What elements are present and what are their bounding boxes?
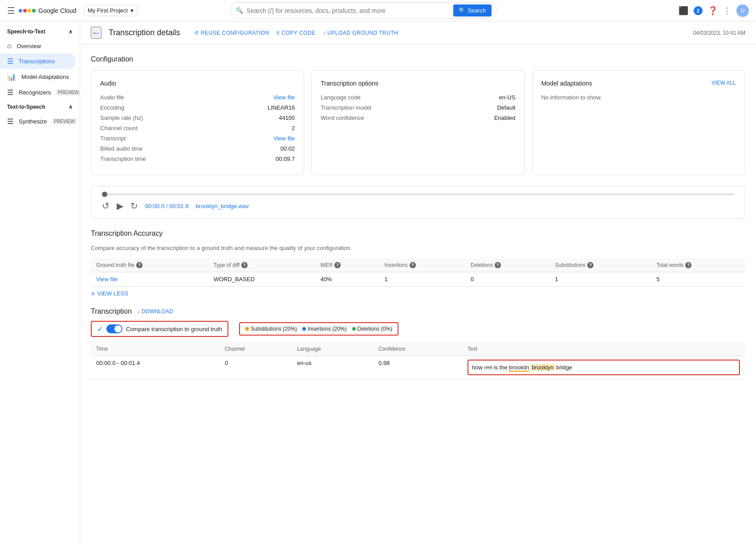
compare-row: ✓ Compare transcription to ground truth …	[91, 321, 745, 337]
th-time: Time	[91, 342, 219, 356]
audio-file-link[interactable]: View file	[273, 94, 295, 101]
legend-insertions-label: Insertions (20%)	[308, 326, 346, 332]
check-icon: ✓	[97, 325, 103, 333]
content-area: Configuration Audio Audio file View file…	[80, 45, 756, 390]
text-cell: how old is the brooklin brooklyn bridge	[467, 360, 740, 375]
terminal-icon[interactable]: ⬛	[679, 6, 688, 16]
audio-filename[interactable]: brooklyn_bridge.wav	[196, 203, 249, 209]
configuration-title: Configuration	[91, 55, 745, 63]
recognizers-icon: ☰	[7, 88, 13, 97]
fast-forward-button[interactable]: ↻	[130, 201, 138, 211]
view-all-link[interactable]: VIEW ALL	[711, 80, 736, 86]
upload-icon: ↑	[323, 30, 326, 36]
audio-player: ↺ ▶ ↻ 00:00.0 / 00:01.8 brooklyn_bridge.…	[91, 186, 745, 219]
total-words-info-icon[interactable]: ?	[685, 262, 691, 268]
rewind-button[interactable]: ↺	[102, 201, 110, 211]
page-timestamp: 04/03/2023, 10:41 AM	[693, 30, 745, 36]
sidebar-label-overview: Overview	[17, 43, 41, 49]
upload-ground-truth-link[interactable]: ↑ UPLOAD GROUND TRUTH	[323, 30, 398, 36]
no-info-text: No information to show.	[541, 94, 736, 101]
project-selector[interactable]: My First Project ▾	[84, 5, 138, 16]
sidebar-item-recognizers[interactable]: ☰ Recognizers PREVIEW	[0, 85, 76, 100]
legend-substitutions-label: Substitutions (20%)	[251, 326, 297, 332]
audio-file-row: Audio file View file	[100, 94, 295, 101]
search-input[interactable]	[247, 7, 450, 14]
transcription-options-card: Transcription options Language code en-U…	[311, 70, 524, 175]
progress-track[interactable]	[102, 193, 734, 195]
legend-deletions: Deletions (0%)	[352, 326, 393, 332]
search-bar: 🔍 🔍 Search	[230, 2, 497, 19]
trans-table-header: Time Channel Language Confidence Text	[91, 342, 745, 356]
view-less-button[interactable]: ∧ VIEW LESS	[91, 290, 745, 297]
transcript-link[interactable]: View file	[273, 135, 295, 142]
search-button[interactable]: 🔍 Search	[453, 4, 491, 16]
toggle-knob	[114, 325, 122, 332]
back-button[interactable]: ←	[91, 27, 102, 39]
sub-header: ← Transcription details ↺ REUSE CONFIGUR…	[80, 21, 756, 45]
type-of-diff-info-icon[interactable]: ?	[241, 262, 248, 268]
sidebar-section-text-to-speech[interactable]: Text-to-Speech ∧	[0, 100, 80, 114]
model-adaptations-icon: 📊	[7, 73, 16, 81]
download-link[interactable]: ↓ DOWNLOAD	[137, 308, 173, 315]
accuracy-table-row: View file WORD_BASED 40% 1 0 1 5	[91, 272, 745, 287]
home-icon: ⌂	[7, 42, 12, 50]
compare-toggle-label: Compare transcription to ground truth	[126, 326, 222, 332]
sidebar-section-speech-to-text[interactable]: Speech-to-Text ∧	[0, 25, 80, 38]
th-language: Language	[292, 342, 373, 356]
trans-confidence: 0.98	[373, 356, 462, 379]
chevron-up-icon: ∧	[69, 29, 73, 35]
recognizers-preview-badge: PREVIEW	[56, 90, 80, 95]
th-ground-file: Ground truth file ?	[91, 258, 208, 272]
time-display: 00:00.0 / 00:01.8	[145, 203, 189, 209]
compare-toggle-group: ✓ Compare transcription to ground truth	[91, 321, 228, 337]
progress-thumb[interactable]	[102, 192, 107, 197]
app-layout: Speech-to-Text ∧ ⌂ Overview ☰ Transcript…	[0, 21, 756, 545]
reuse-config-link[interactable]: ↺ REUSE CONFIGURATION	[194, 30, 269, 36]
chevron-down-icon: ▾	[130, 7, 134, 14]
player-controls: ↺ ▶ ↻ 00:00.0 / 00:01.8 brooklyn_bridge.…	[102, 201, 734, 211]
insertions-info-icon[interactable]: ?	[410, 262, 416, 268]
audio-card-title: Audio	[100, 80, 295, 87]
legend-insertions: Insertions (20%)	[302, 326, 346, 332]
sidebar-item-model-adaptations[interactable]: 📊 Model Adaptations	[0, 69, 76, 85]
substitutions-info-icon[interactable]: ?	[587, 262, 593, 268]
google-logo-icon	[19, 9, 36, 12]
trans-time: 00:00.0 - 00:01.4	[91, 356, 219, 379]
transcription-options-title: Transcription options	[321, 80, 515, 87]
legend-substitutions: Substitutions (20%)	[245, 326, 297, 332]
sidebar-label-transcriptions: Transcriptions	[19, 58, 55, 65]
hamburger-icon[interactable]: ☰	[7, 5, 15, 16]
word-how: how	[472, 364, 484, 371]
compare-toggle[interactable]	[106, 324, 122, 333]
th-wer: WER ?	[315, 258, 379, 272]
total-words-cell: 5	[651, 272, 745, 287]
transcription-section: Transcription ↓ DOWNLOAD ✓ Compare trans…	[91, 307, 745, 379]
search-icon: 🔍	[236, 7, 243, 14]
sidebar-item-overview[interactable]: ⌂ Overview	[0, 38, 76, 53]
sidebar-item-synthesize[interactable]: ☰ Synthesize PREVIEW	[0, 114, 76, 129]
wer-info-icon[interactable]: ?	[334, 262, 341, 268]
progress-bar-container[interactable]	[102, 193, 734, 195]
legend-group: Substitutions (20%) Insertions (20%) Del…	[239, 322, 398, 336]
sidebar-item-transcriptions[interactable]: ☰ Transcriptions	[0, 53, 76, 69]
sidebar: Speech-to-Text ∧ ⌂ Overview ☰ Transcript…	[0, 21, 80, 545]
transcriptions-icon: ☰	[7, 57, 13, 66]
ground-file-info-icon[interactable]: ?	[136, 262, 142, 268]
notification-badge[interactable]: 2	[694, 6, 703, 15]
user-avatar[interactable]: U	[736, 4, 749, 17]
copy-code-link[interactable]: ⎘ COPY CODE	[276, 30, 316, 36]
deletions-info-icon[interactable]: ?	[495, 262, 501, 268]
word-brooklin-substitution: brooklin	[509, 364, 529, 372]
more-options-icon[interactable]: ⋮	[723, 6, 731, 16]
help-icon[interactable]: ❓	[708, 6, 718, 16]
accuracy-table: Ground truth file ? Type of diff ?	[91, 258, 745, 287]
project-name: My First Project	[88, 7, 128, 14]
reuse-icon: ↺	[194, 30, 199, 36]
transcription-table: Time Channel Language Confidence Text 00…	[91, 342, 745, 379]
model-adaptations-card: VIEW ALL Model adaptations No informatio…	[532, 70, 745, 175]
trans-language: en-us	[292, 356, 373, 379]
view-file-link[interactable]: View file	[96, 276, 118, 283]
th-substitutions: Substitutions ?	[550, 258, 651, 272]
transcription-header: Transcription ↓ DOWNLOAD	[91, 307, 745, 316]
play-button[interactable]: ▶	[117, 201, 123, 211]
